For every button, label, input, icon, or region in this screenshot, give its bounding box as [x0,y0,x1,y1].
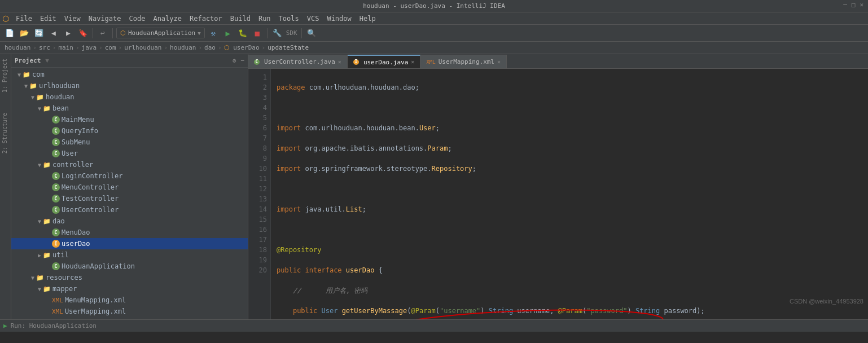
menu-item-view[interactable]: View [61,14,84,24]
breadcrumb: houduan › src › main › java › com › urlh… [0,42,868,54]
project-tree[interactable]: Project ▼ ⚙ − ▼ 📁 com ▼ 📁 urlhouduan ▼ 📁 [11,54,248,319]
title-text: houduan - userDao.java - IntelliJ IDEA [363,2,505,10]
debug-btn[interactable]: 🐛 [236,27,249,39]
tree-queryinfo[interactable]: C QueryInfo [11,125,248,137]
tab-close-userdao[interactable]: ✕ [411,59,414,65]
build-btn[interactable]: ⚒ [207,27,220,39]
stop-btn[interactable]: ■ [251,27,264,39]
tree-util[interactable]: ▶ 📁 util [11,249,248,261]
sep3 [267,28,268,38]
watermark: CSDN @weixin_44953928 [790,298,863,305]
title-bar: houduan - userDao.java - IntelliJ IDEA ─… [0,0,868,12]
tree-usermapping[interactable]: XML UserMapping.xml [11,306,248,317]
tree-testcontroller[interactable]: C TestController [11,193,248,204]
run-panel: ▶ Run: HouduanApplication [0,319,868,332]
editor-section: C UserController.java ✕ I userDao.java ✕… [248,54,868,319]
menu-item-navigate[interactable]: Navigate [85,14,125,24]
tree-com[interactable]: ▼ 📁 com [11,69,248,80]
menu-bar: ⬡ FileEditViewNavigateCodeAnalyzeRefacto… [0,12,868,25]
bookmark-btn[interactable]: 🔖 [77,27,89,39]
app-icon: ⬡ [2,14,9,23]
new-file-btn[interactable]: 📄 [3,27,16,39]
menu-item-analyze[interactable]: Analyze [150,14,185,24]
run-config-label: HouduanApplication [128,29,195,37]
side-panel-strip: 1: Project 2: Structure [0,54,11,319]
tab-close-usercontroller[interactable]: ✕ [338,59,341,65]
structure-panel-label[interactable]: 2: Structure [0,108,11,158]
tree-static[interactable]: ▶ 📁 static [11,317,248,319]
tree-mainmenu[interactable]: C MainMenu [11,114,248,125]
tree-urlhouduan[interactable]: ▼ 📁 urlhouduan [11,80,248,91]
tree-resources[interactable]: ▼ 📁 resources [11,272,248,283]
menu-item-window[interactable]: Window [323,14,354,24]
open-btn[interactable]: 📂 [18,27,30,39]
run-config-selector[interactable]: ⬡ HouduanApplication ▼ [116,28,205,38]
back-btn[interactable]: ◀ [47,27,60,39]
tree-bean[interactable]: ▼ 📁 bean [11,103,248,114]
breadcrumb-houduan[interactable]: houduan [5,44,30,51]
tab-usercontroller[interactable]: C UserController.java ✕ [248,55,348,68]
tree-minus-icon[interactable]: − [240,57,244,64]
tree-dropdown-icon[interactable]: ▼ [45,57,49,64]
sep2 [112,28,113,38]
line-numbers: 1 2 3 4 5 6 7 8 →9 →10 11 12 13 [248,69,271,319]
sdk-btn[interactable]: SDK [286,27,298,39]
sync-btn[interactable]: 🔄 [33,27,45,39]
menu-item-tools[interactable]: Tools [275,14,303,24]
tools-btn[interactable]: 🔧 [271,27,283,39]
minimize-btn[interactable]: ─ [843,1,847,8]
tab-userdao[interactable]: I userDao.java ✕ [348,55,421,68]
tree-menucontroller[interactable]: C MenuController [11,182,248,193]
code-content[interactable]: package com.urlhouduan.houduan.dao; impo… [271,69,868,319]
tree-houduan-app[interactable]: C HouduanApplication [11,261,248,272]
tree-content: ▼ 📁 com ▼ 📁 urlhouduan ▼ 📁 houduan ▼ 📁 b… [11,68,248,319]
tree-mapper[interactable]: ▼ 📁 mapper [11,283,248,294]
forward-btn[interactable]: ▶ [62,27,74,39]
tree-gear-icon[interactable]: ⚙ [233,57,236,64]
tree-userdao[interactable]: I userDao [11,238,248,249]
close-btn[interactable]: ✕ [860,1,863,8]
menu-item-code[interactable]: Code [126,14,149,24]
tree-controller[interactable]: ▼ 📁 controller [11,159,248,170]
project-tree-title: Project [15,57,41,64]
run-label: Run: HouduanApplication [11,322,97,329]
menu-item-refactor[interactable]: Refactor [186,14,226,24]
run-icon: ▶ [3,322,7,329]
menu-item-file[interactable]: File [12,14,36,24]
run-btn[interactable]: ▶ [222,27,234,39]
sep4 [301,28,302,38]
breadcrumb-method[interactable]: updateState [268,44,309,51]
code-editor[interactable]: 1 2 3 4 5 6 7 8 →9 →10 11 12 13 [248,69,868,319]
tree-houduan[interactable]: ▼ 📁 houduan [11,91,248,103]
menu-item-help[interactable]: Help [356,14,379,24]
tree-menumapping[interactable]: XML MenuMapping.xml [11,294,248,306]
revert-btn[interactable]: ↩ [97,27,109,39]
tree-usercontroller[interactable]: C UserController [11,204,248,216]
toolbar: 📄 📂 🔄 ◀ ▶ 🔖 ↩ ⬡ HouduanApplication ▼ ⚒ ▶… [0,25,868,42]
tree-logincontroller[interactable]: C LoginController [11,170,248,182]
tree-submenu[interactable]: C SubMenu [11,137,248,148]
tree-menudao[interactable]: C MenuDao [11,227,248,238]
tree-dao[interactable]: ▼ 📁 dao [11,216,248,227]
project-panel-label[interactable]: 1: Project [0,54,11,97]
tab-close-usermapping[interactable]: ✕ [497,59,501,65]
menu-item-build[interactable]: Build [227,14,254,24]
editor-wrapper: 1 2 3 4 5 6 7 8 →9 →10 11 12 13 [248,69,868,319]
menu-item-edit[interactable]: Edit [37,14,60,24]
project-tree-header: Project ▼ ⚙ − [11,54,248,68]
tab-bar: C UserController.java ✕ I userDao.java ✕… [248,54,868,69]
tree-user[interactable]: C User [11,148,248,159]
find-btn[interactable]: 🔍 [305,27,318,39]
menu-item-vcs[interactable]: VCS [304,14,323,24]
tab-usermapping[interactable]: XML UserMapping.xml ✕ [420,55,507,68]
menu-item-run[interactable]: Run [255,14,274,24]
maximize-btn[interactable]: □ [852,1,856,8]
sep1 [93,28,93,38]
